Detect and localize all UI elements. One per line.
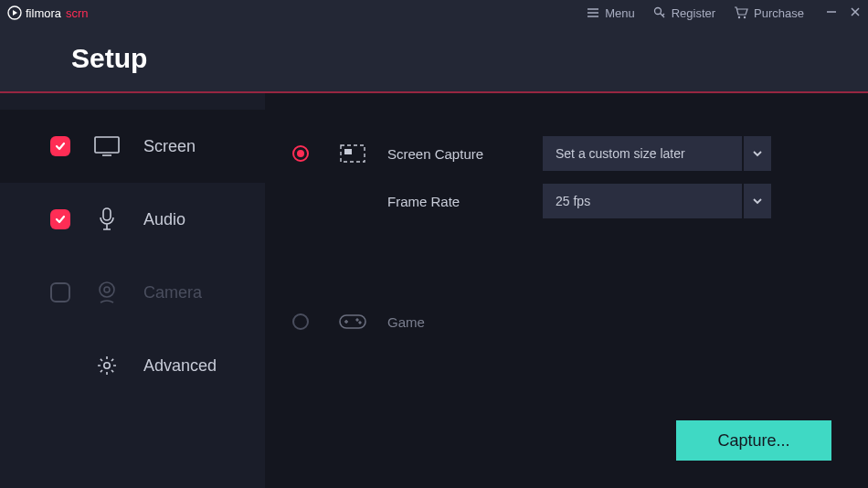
webcam-icon: [94, 281, 120, 304]
svg-rect-10: [344, 149, 352, 154]
header: Setup: [0, 26, 868, 91]
checkbox-placeholder: [50, 355, 70, 376]
close-icon: [850, 6, 861, 17]
hamburger-icon: [587, 6, 599, 19]
screen-region-icon: [336, 144, 369, 163]
svg-point-12: [359, 322, 361, 324]
gear-icon: [94, 355, 120, 377]
svg-point-8: [104, 363, 110, 368]
svg-point-3: [744, 16, 746, 18]
page-title: Setup: [71, 43, 147, 74]
menu-label: Menu: [605, 6, 635, 20]
titlebar: filmorascrn Menu Register Purchase: [0, 0, 868, 26]
microphone-icon: [94, 207, 120, 231]
sidebar: Screen Audio Camera Advanced: [0, 93, 265, 488]
screen-capture-row: Screen Capture Set a custom size later: [292, 130, 831, 177]
select-value: Set a custom size later: [543, 146, 742, 161]
logo-icon: [7, 5, 22, 20]
content-panel: Screen Capture Set a custom size later F…: [265, 93, 868, 488]
chevron-down-icon: [752, 150, 763, 157]
check-icon: [54, 213, 67, 226]
svg-point-11: [356, 319, 358, 321]
checkbox-audio[interactable]: [50, 209, 70, 229]
sidebar-item-camera: Camera: [0, 256, 265, 329]
check-icon: [54, 140, 67, 153]
purchase-button[interactable]: Purchase: [734, 6, 804, 20]
register-label: Register: [672, 6, 715, 20]
monitor-icon: [94, 136, 120, 156]
frame-rate-label: Frame Rate: [387, 194, 543, 209]
radio-game[interactable]: [292, 313, 309, 330]
body: Screen Audio Camera Advanced: [0, 93, 868, 488]
select-dropdown-button[interactable]: [742, 136, 771, 171]
register-button[interactable]: Register: [653, 6, 715, 20]
svg-point-1: [654, 8, 661, 15]
sidebar-item-label: Advanced: [143, 356, 217, 376]
frame-rate-select[interactable]: 25 fps: [543, 184, 771, 218]
svg-point-7: [104, 287, 110, 292]
logo-text-primary: filmora: [26, 6, 61, 20]
game-label: Game: [387, 314, 543, 330]
capture-button-label: Capture...: [717, 431, 789, 451]
chevron-down-icon: [752, 197, 763, 205]
select-dropdown-button[interactable]: [742, 184, 771, 218]
capture-button[interactable]: Capture...: [676, 420, 831, 461]
radio-screen-capture[interactable]: [292, 145, 309, 162]
menu-button[interactable]: Menu: [587, 6, 635, 20]
gamepad-icon: [336, 313, 369, 331]
game-row: Game: [292, 298, 831, 345]
svg-point-6: [100, 282, 114, 297]
checkbox-screen[interactable]: [50, 136, 70, 156]
frame-rate-row: Frame Rate 25 fps: [292, 177, 831, 225]
logo-text-accent: scrn: [66, 6, 89, 20]
sidebar-item-label: Screen: [143, 137, 196, 156]
sidebar-item-advanced[interactable]: Advanced: [0, 329, 265, 402]
app-logo: filmorascrn: [7, 5, 89, 20]
svg-rect-5: [103, 208, 111, 220]
close-button[interactable]: [850, 6, 861, 20]
minimize-button[interactable]: [826, 6, 837, 20]
sidebar-item-label: Audio: [143, 210, 185, 229]
purchase-label: Purchase: [754, 6, 804, 20]
sidebar-item-screen[interactable]: Screen: [0, 110, 265, 183]
svg-rect-9: [341, 145, 365, 162]
sidebar-item-label: Camera: [143, 283, 202, 302]
screen-capture-label: Screen Capture: [387, 146, 543, 162]
sidebar-item-audio[interactable]: Audio: [0, 183, 265, 256]
svg-point-2: [738, 16, 740, 18]
svg-rect-4: [95, 137, 119, 153]
checkbox-camera: [50, 282, 70, 302]
minimize-icon: [826, 6, 837, 17]
key-icon: [653, 6, 666, 19]
cart-icon: [734, 6, 748, 19]
select-value: 25 fps: [543, 194, 742, 208]
screen-capture-select[interactable]: Set a custom size later: [543, 136, 771, 171]
